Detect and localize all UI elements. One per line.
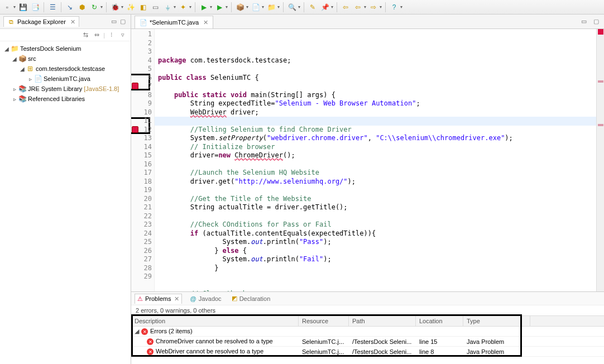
minimize-icon[interactable]: ▭ bbox=[579, 17, 588, 26]
javadoc-tab[interactable]: @ Javadoc bbox=[188, 294, 223, 303]
problems-table-header[interactable]: Description Resource Path Location Type bbox=[131, 315, 604, 327]
java-file-icon: 📄 bbox=[140, 18, 147, 26]
wand-icon[interactable]: ✨ bbox=[126, 2, 136, 12]
java-file-node[interactable]: ▹ 📄 SeleniumTC.java bbox=[1, 74, 130, 84]
error-marker-icon[interactable] bbox=[132, 83, 138, 89]
close-icon[interactable]: ✕ bbox=[174, 295, 179, 303]
box-icon[interactable]: ▭ bbox=[150, 2, 160, 12]
maximize-icon[interactable]: ▢ bbox=[592, 17, 601, 26]
project-node[interactable]: ◢ 📁 TestersDock Selenium bbox=[1, 44, 130, 54]
debug-icon[interactable]: 🐞 bbox=[110, 2, 120, 12]
run-icon[interactable]: ▶ bbox=[199, 2, 209, 12]
new-folder-icon[interactable]: 📁 bbox=[266, 2, 276, 12]
minimize-icon[interactable]: ▭ bbox=[109, 17, 118, 26]
maximize-icon[interactable]: ▢ bbox=[118, 17, 127, 26]
back-icon[interactable]: ⇦ bbox=[341, 2, 351, 12]
filter-icon[interactable]: ⏚ bbox=[162, 2, 172, 12]
new-pkg-icon[interactable]: 📦 bbox=[235, 2, 245, 12]
collapse-icon[interactable]: ⇆ bbox=[81, 31, 90, 40]
problems-icon: ⚠ bbox=[137, 295, 143, 303]
link-icon[interactable]: ⇔ bbox=[92, 31, 101, 40]
new-icon[interactable]: ▫ bbox=[2, 2, 12, 12]
library-icon: 📚 bbox=[18, 95, 27, 103]
line-number-gutter: 1 2 3 4 5 6 7 8 9 10 11 12 13 14 15 16 1… bbox=[131, 29, 155, 291]
declaration-tab[interactable]: ◩ Declaration bbox=[229, 294, 273, 303]
save-icon[interactable]: 💾 bbox=[18, 2, 28, 12]
error-marker-icon[interactable] bbox=[132, 126, 138, 133]
jre-node[interactable]: ▹ 📚 JRE System Library [JavaSE-1.8] bbox=[1, 84, 130, 94]
package-explorer-title: Package Explorer bbox=[17, 18, 66, 25]
toggle-breadcrumb-icon[interactable]: ☰ bbox=[47, 2, 57, 12]
close-icon[interactable]: ✕ bbox=[70, 18, 75, 26]
help-icon[interactable]: ? bbox=[389, 2, 399, 12]
package-explorer-icon: ⧉ bbox=[7, 18, 15, 26]
pin-icon[interactable]: 📌 bbox=[320, 2, 330, 12]
refresh-icon[interactable]: ↻ bbox=[89, 2, 99, 12]
menu-icon[interactable]: ▿ bbox=[118, 31, 127, 40]
build-icon[interactable]: ⬢ bbox=[77, 2, 87, 12]
error-icon: ✕ bbox=[147, 348, 154, 355]
skip-icon[interactable]: ↘ bbox=[65, 2, 75, 12]
code-editor[interactable]: 1 2 3 4 5 6 7 8 9 10 11 12 13 14 15 16 1… bbox=[131, 29, 604, 291]
package-icon: ⊞ bbox=[26, 65, 35, 73]
search-icon[interactable]: 🔍 bbox=[287, 2, 297, 12]
problems-tab[interactable]: ⚠ Problems ✕ bbox=[135, 294, 182, 304]
run-ext-icon[interactable]: ▶ bbox=[214, 2, 224, 12]
save-all-icon[interactable]: 📑 bbox=[30, 2, 40, 12]
package-node[interactable]: ◢ ⊞ com.testersdock.testcase bbox=[1, 64, 130, 74]
filter2-icon[interactable]: ⁝ bbox=[107, 31, 116, 40]
back2-icon[interactable]: ⇦ bbox=[353, 2, 363, 12]
problems-panel: ⚠ Problems ✕ @ Javadoc ◩ Declaration 2 e… bbox=[131, 291, 604, 364]
reflib-node[interactable]: ▹ 📚 Referenced Libraries bbox=[1, 94, 130, 104]
library-icon: 📚 bbox=[18, 85, 27, 93]
java-file-icon: 📄 bbox=[33, 75, 42, 83]
package-explorer-tab[interactable]: ⧉ Package Explorer ✕ bbox=[3, 16, 79, 27]
package-explorer-panel: ⧉ Package Explorer ✕ ▭ ▢ ⇆ ⇔ | ⁝ ▿ ◢ 📁 T… bbox=[0, 15, 131, 364]
editor-tabbar: 📄 *SeleniumTC.java ✕ ▭ ▢ bbox=[131, 15, 604, 29]
problems-summary: 2 errors, 0 warnings, 0 others bbox=[131, 305, 604, 315]
errors-group-row[interactable]: ◢✕Errors (2 items) bbox=[131, 327, 604, 337]
fwd-icon[interactable]: ⇨ bbox=[368, 2, 378, 12]
javadoc-icon: @ bbox=[190, 295, 196, 302]
new-class-icon[interactable]: 📄 bbox=[251, 2, 261, 12]
error-icon: ✕ bbox=[141, 328, 148, 335]
problem-row[interactable]: ✕WebDriver cannot be resolved to a type … bbox=[131, 347, 604, 357]
editor-tab-seleniumtc[interactable]: 📄 *SeleniumTC.java ✕ bbox=[135, 16, 213, 28]
package-tree[interactable]: ◢ 📁 TestersDock Selenium ◢ 📦 src ◢ ⊞ com… bbox=[0, 41, 131, 364]
src-node[interactable]: ◢ 📦 src bbox=[1, 54, 130, 64]
project-icon: 📁 bbox=[10, 45, 19, 52]
overview-ruler[interactable] bbox=[596, 29, 604, 291]
main-toolbar: ▫▾ 💾 📑 ☰ ↘ ⬢ ↻▾ 🐞▾ ✨ ◧ ▭ ⏚▾ ✦▾ ▶▾ ▶▾ 📦▾ … bbox=[0, 0, 604, 15]
sparkle-icon[interactable]: ✦ bbox=[178, 2, 188, 12]
declaration-icon: ◩ bbox=[232, 295, 237, 302]
code-content[interactable]: package com.testersdock.testcase; public… bbox=[158, 56, 593, 292]
error-icon: ✕ bbox=[147, 338, 154, 345]
task-icon[interactable]: ✎ bbox=[308, 2, 318, 12]
close-icon[interactable]: ✕ bbox=[203, 19, 208, 26]
src-icon: 📦 bbox=[18, 55, 27, 63]
editor-tab-label: *SeleniumTC.java bbox=[150, 19, 199, 26]
toggle-mark-icon[interactable]: ◧ bbox=[138, 2, 148, 12]
problem-row[interactable]: ✕ChromeDriver cannot be resolved to a ty… bbox=[131, 337, 604, 347]
